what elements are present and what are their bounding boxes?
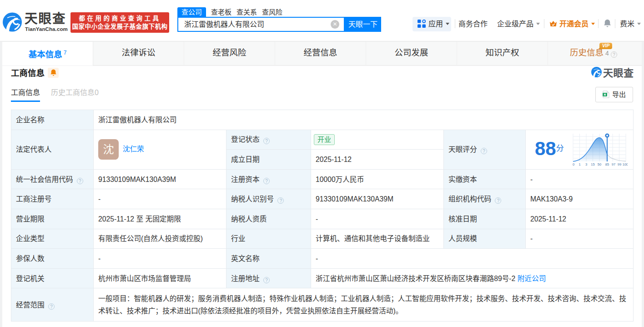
svg-text:85: 85 [605,162,609,166]
svg-text:50: 50 [598,162,601,166]
svg-text:15: 15 [591,162,594,166]
svg-text:99: 99 [618,162,621,166]
svg-text:97: 97 [612,162,615,166]
svg-text:3: 3 [585,162,587,166]
svg-text:0: 0 [573,162,574,166]
svg-text:100: 100 [622,162,627,166]
svg-text:1: 1 [579,162,580,166]
